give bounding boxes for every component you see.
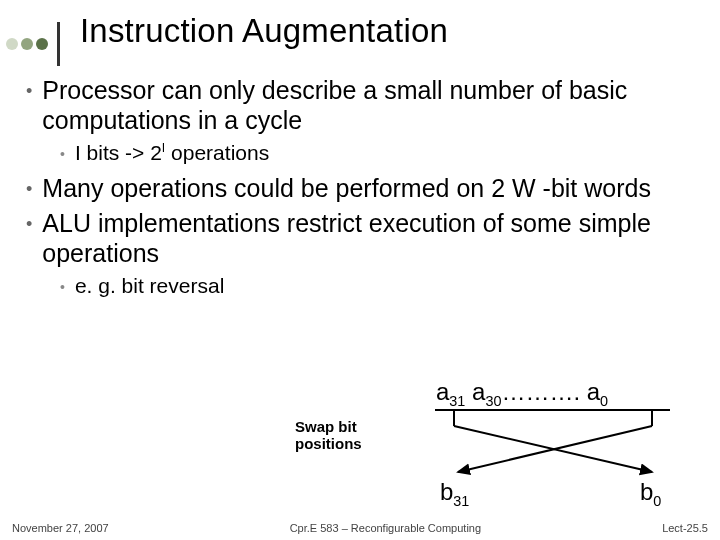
footer-date: November 27, 2007 <box>12 522 109 534</box>
title-decoration <box>6 22 60 66</box>
footer-lecture: Lect-25.5 <box>662 522 708 534</box>
text-line: positions <box>295 435 362 452</box>
bullet-icon: • <box>60 279 65 299</box>
slide-content: • Processor can only describe a small nu… <box>26 76 706 307</box>
sym: a <box>465 378 485 405</box>
top-bits-label: a31 a30………. a0 <box>436 378 608 409</box>
vertical-bar-icon <box>57 22 60 66</box>
footer-course: Cpr.E 583 – Reconfigurable Computing <box>290 522 481 534</box>
dot-icon <box>36 38 48 50</box>
text-fragment: I bits -> 2 <box>75 141 162 164</box>
slide-footer: November 27, 2007 Cpr.E 583 – Reconfigur… <box>0 522 720 534</box>
bullet-icon: • <box>60 146 65 166</box>
dots: ………. a <box>501 378 600 405</box>
bullet-level1: • ALU implementations restrict execution… <box>26 209 706 268</box>
bullet-level1: • Many operations could be performed on … <box>26 174 706 204</box>
bullet-text: Many operations could be performed on 2 … <box>42 174 706 204</box>
bullet-text: Processor can only describe a small numb… <box>42 76 706 135</box>
dot-icon <box>6 38 18 50</box>
bullet-text: I bits -> 2I operations <box>75 141 706 166</box>
text-line: Swap bit <box>295 418 357 435</box>
dot-icon <box>21 38 33 50</box>
bullet-icon: • <box>26 81 32 135</box>
sym: a <box>436 378 449 405</box>
bullet-text: e. g. bit reversal <box>75 274 706 299</box>
subscript: 31 <box>453 493 469 509</box>
subscript: 0 <box>653 493 661 509</box>
bullet-level2: • I bits -> 2I operations <box>60 141 706 166</box>
text-fragment: operations <box>165 141 269 164</box>
arrows-svg <box>420 406 700 484</box>
swap-label: Swap bit positions <box>295 418 362 453</box>
slide: Instruction Augmentation • Processor can… <box>0 0 720 540</box>
bullet-level1: • Processor can only describe a small nu… <box>26 76 706 135</box>
bullet-text: ALU implementations restrict execution o… <box>42 209 706 268</box>
bullet-icon: • <box>26 214 32 268</box>
bullet-icon: • <box>26 179 32 204</box>
bit-reversal-diagram: Swap bit positions a31 a30………. a0 b31 b0 <box>0 378 720 518</box>
bullet-level2: • e. g. bit reversal <box>60 274 706 299</box>
slide-title: Instruction Augmentation <box>80 12 448 50</box>
